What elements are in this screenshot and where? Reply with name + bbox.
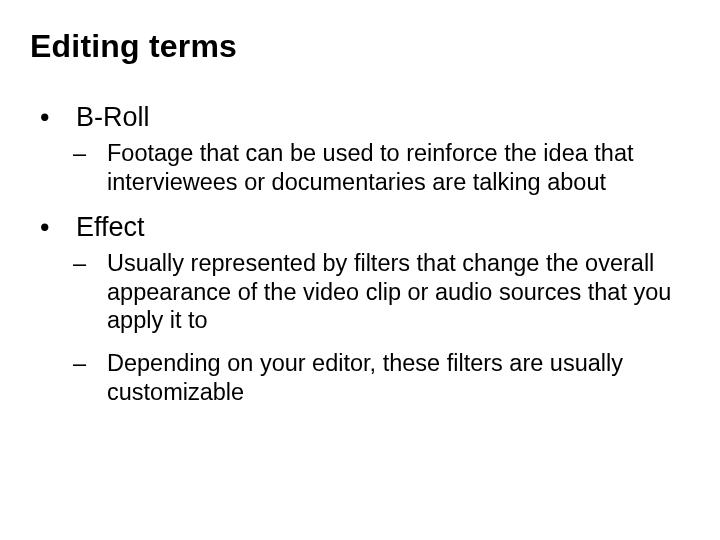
dash-icon: – — [90, 249, 107, 278]
bullet-icon: • — [58, 101, 76, 133]
sub-text: Usually represented by filters that chan… — [107, 250, 671, 333]
list-item: –Depending on your editor, these filters… — [90, 349, 687, 406]
bullet-icon: • — [58, 211, 76, 243]
sub-text: Footage that can be used to reinforce th… — [107, 140, 634, 195]
dash-icon: – — [90, 139, 107, 168]
slide: Editing terms •B-Roll –Footage that can … — [0, 0, 720, 540]
sub-text: Depending on your editor, these filters … — [107, 350, 623, 405]
term-label: B-Roll — [76, 102, 150, 132]
list-item: –Footage that can be used to reinforce t… — [90, 139, 687, 196]
list-item: •B-Roll — [58, 101, 690, 133]
slide-title: Editing terms — [30, 28, 690, 65]
dash-icon: – — [90, 349, 107, 378]
list-item: –Usually represented by filters that cha… — [90, 249, 687, 335]
term-label: Effect — [76, 212, 145, 242]
list-item: •Effect — [58, 211, 690, 243]
